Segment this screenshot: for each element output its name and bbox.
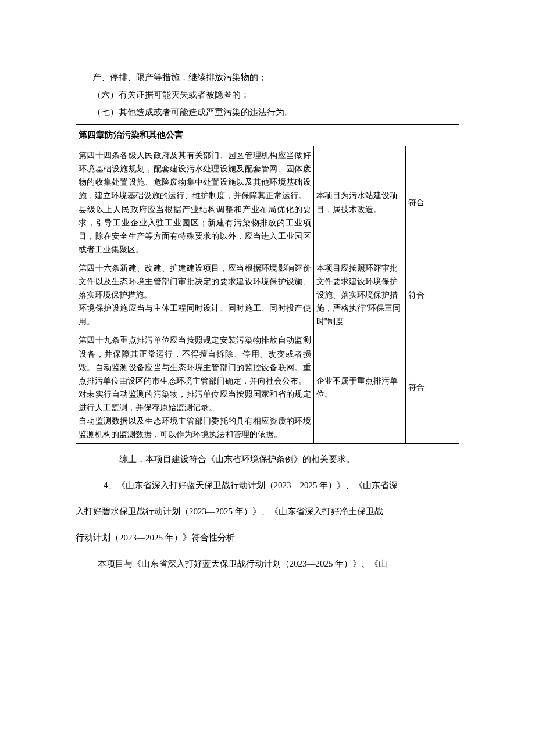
section-heading-line1: 4、《山东省深入打好蓝天保卫战行动计划（2023—2025 年）》、《山东省深 xyxy=(76,476,459,495)
table-row: 第四十六条新建、改建、扩建建设项目，应当根据环境影响评价文件以及生态环境主管部门… xyxy=(76,259,459,331)
project-status-cell: 企业不属于重点排污单位。 xyxy=(313,331,405,444)
table-row: 第四十九条重点排污单位应当按照规定安装污染物排放自动监测设备，并保障其正常运行，… xyxy=(76,331,459,444)
chapter-header-cell: 第四章防治污染和其他公害 xyxy=(76,125,459,146)
after-text-block: 综上，本项目建设符合《山东省环境保护条例》的相关要求。 4、《山东省深入打好蓝天… xyxy=(76,450,459,574)
compliance-cell: 符合 xyxy=(405,331,459,444)
regulation-text-cell: 第四十六条新建、改建、扩建建设项目，应当根据环境影响评价文件以及生态环境主管部门… xyxy=(76,259,314,331)
compliance-cell: 符合 xyxy=(405,259,459,331)
document-page: 产、停排、限产等措施，继续排放污染物的； （六）有关证据可能灭失或者被隐匿的； … xyxy=(0,0,535,756)
regulation-table: 第四章防治污染和其他公害 第四十四条各级人民政府及其有关部门、园区管理机构应当做… xyxy=(76,124,459,444)
summary-line: 综上，本项目建设符合《山东省环境保护条例》的相关要求。 xyxy=(76,450,459,469)
section-heading-line3: 行动计划（2023—2025 年）》符合性分析 xyxy=(76,528,459,547)
table-row: 第四十四条各级人民政府及其有关部门、园区管理机构应当做好环境基础设施规划，配套建… xyxy=(76,146,459,259)
regulation-text-cell: 第四十四条各级人民政府及其有关部门、园区管理机构应当做好环境基础设施规划，配套建… xyxy=(76,146,314,259)
compliance-cell: 符合 xyxy=(405,146,459,259)
project-status-cell: 本项目为污水站建设项目，属技术改造。 xyxy=(313,146,405,259)
intro-line-3: （七）其他造成或者可能造成严重污染的违法行为。 xyxy=(76,105,459,120)
project-status-cell: 本项目应按照环评审批文件要求建设环境保护设施、落实环境保护措施，严格执行"环保三… xyxy=(313,259,405,331)
section-heading-line2: 入打好碧水保卫战行动计划（2023—2025 年）》、《山东省深入打好净土保卫战 xyxy=(76,502,459,521)
intro-paragraph-block: 产、停排、限产等措施，继续排放污染物的； （六）有关证据可能灭失或者被隐匿的； … xyxy=(76,70,459,120)
table-chapter-row: 第四章防治污染和其他公害 xyxy=(76,125,459,146)
intro-line-1: 产、停排、限产等措施，继续排放污染物的； xyxy=(76,70,459,85)
body-paragraph-line: 本项目与《山东省深入打好蓝天保卫战行动计划（2023—2025 年）》、《山 xyxy=(76,554,459,574)
regulation-text-cell: 第四十九条重点排污单位应当按照规定安装污染物排放自动监测设备，并保障其正常运行，… xyxy=(76,331,314,444)
intro-line-2: （六）有关证据可能灭失或者被隐匿的； xyxy=(76,87,459,102)
